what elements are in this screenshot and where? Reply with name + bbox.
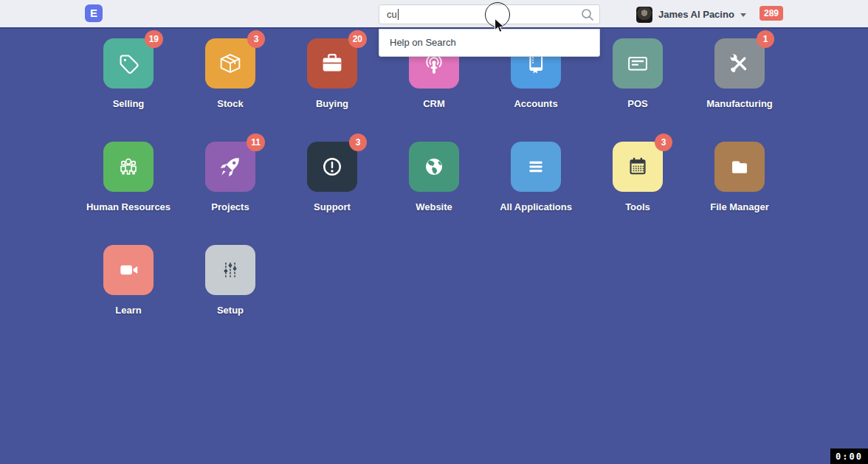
tag-icon [114, 49, 142, 77]
notification-badge: 3 [247, 30, 265, 48]
notification-badge: 19 [145, 30, 163, 48]
module-tile-learn[interactable]: Learn [78, 245, 179, 348]
module-tile-selling[interactable]: 19 Selling [78, 38, 179, 142]
box-icon [216, 49, 244, 77]
module-icon-box: 1 [714, 38, 765, 89]
module-tile-projects[interactable]: 11 Projects [179, 142, 281, 245]
notification-badge: 3 [655, 134, 672, 151]
global-search [379, 4, 600, 24]
alert-circle-icon [318, 153, 346, 181]
module-icon-box [613, 38, 663, 89]
top-navbar: E Help on Search James Al Pacino 289 [0, 0, 868, 29]
search-icon[interactable] [581, 8, 594, 24]
chevron-down-icon [740, 13, 746, 17]
help-on-search-item[interactable]: Help on Search [379, 30, 599, 56]
app-logo[interactable]: E [85, 4, 103, 22]
video-camera-icon [114, 256, 142, 284]
module-label: Accounts [514, 98, 557, 109]
module-tile-stock[interactable]: 3 Stock [179, 38, 281, 142]
module-tile-file-manager[interactable]: File Manager [689, 142, 790, 245]
user-menu[interactable]: James Al Pacino [636, 6, 746, 23]
module-icon-box [103, 245, 154, 295]
card-icon [624, 49, 652, 77]
notification-badge: 3 [349, 134, 367, 151]
search-input[interactable] [379, 4, 600, 24]
module-tile-pos[interactable]: POS [587, 38, 689, 142]
module-label: Stock [217, 98, 243, 109]
module-grid: 19 Selling 3 Stock 20 Buying CRM 8 Accou… [78, 38, 790, 348]
folder-icon [726, 153, 754, 181]
module-icon-box [103, 142, 154, 192]
menu-icon [522, 153, 550, 181]
module-tile-website[interactable]: Website [383, 142, 485, 245]
people-icon [114, 153, 142, 181]
module-tile-all-applications[interactable]: All Applications [485, 142, 587, 245]
module-tile-tools[interactable]: 3 Tools [587, 142, 689, 245]
module-label: File Manager [710, 201, 768, 212]
briefcase-icon [318, 49, 346, 77]
module-icon-box: 3 [613, 142, 663, 192]
module-tile-manufacturing[interactable]: 1 Manufacturing [689, 38, 790, 142]
module-label: POS [627, 98, 647, 109]
module-tile-human-resources[interactable]: Human Resources [78, 142, 179, 245]
sliders-icon [216, 256, 244, 284]
search-dropdown: Help on Search [379, 29, 600, 57]
notification-badge: 11 [247, 134, 265, 151]
notification-badge: 1 [757, 30, 774, 48]
notification-badge: 20 [348, 30, 367, 48]
wrench-icon [726, 49, 754, 77]
module-icon-box [714, 142, 765, 192]
module-label: Tools [625, 201, 650, 212]
module-label: Support [314, 201, 351, 212]
module-icon-box [511, 142, 561, 192]
module-tile-support[interactable]: 3 Support [281, 142, 383, 245]
module-label: Selling [113, 98, 145, 109]
text-caret [398, 9, 399, 20]
calendar-icon [624, 153, 652, 181]
module-label: Projects [211, 201, 249, 212]
rocket-icon [216, 153, 244, 181]
module-icon-box: 3 [205, 38, 255, 89]
user-name: James Al Pacino [658, 9, 734, 20]
module-label: Manufacturing [706, 98, 773, 109]
module-label: Learn [115, 305, 141, 316]
module-label: All Applications [500, 201, 572, 212]
recording-timer: 0:00 [830, 449, 868, 464]
module-tile-buying[interactable]: 20 Buying [281, 38, 383, 142]
notifications-count-badge[interactable]: 289 [760, 6, 783, 21]
module-label: Buying [316, 98, 348, 109]
module-label: CRM [423, 98, 445, 109]
user-avatar [636, 7, 652, 23]
module-icon-box: 11 [205, 142, 255, 192]
module-tile-setup[interactable]: Setup [179, 245, 281, 348]
module-icon-box [205, 245, 255, 295]
module-label: Setup [217, 305, 244, 316]
module-label: Website [416, 201, 452, 212]
module-icon-box: 19 [103, 38, 154, 89]
module-icon-box: 3 [307, 142, 357, 192]
globe-icon [420, 153, 448, 181]
module-icon-box: 20 [307, 38, 357, 89]
module-icon-box [409, 142, 459, 192]
module-label: Human Resources [86, 201, 170, 212]
